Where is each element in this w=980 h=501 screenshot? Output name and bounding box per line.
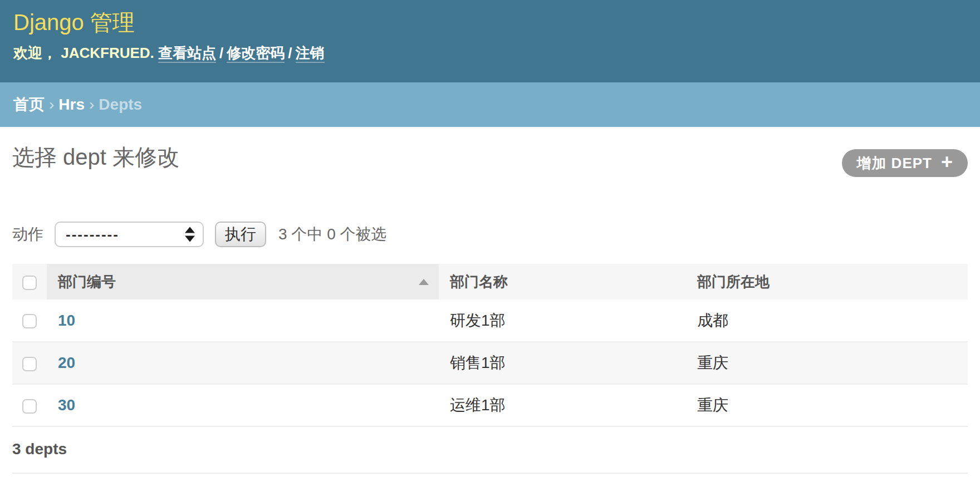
breadcrumb-separator: ›	[85, 96, 99, 113]
table-row: 30 运维1部 重庆	[12, 384, 968, 426]
dept-location-cell: 重庆	[686, 342, 968, 384]
breadcrumb-current: Depts	[99, 96, 142, 113]
select-spinner-icon	[185, 227, 195, 242]
welcome-text: 欢迎，	[13, 45, 57, 61]
result-table: 部门编号 部门名称 部门所在地 10 研发1部 成都 20 销售1部 重庆	[12, 264, 968, 427]
bottom-divider	[12, 473, 968, 474]
breadcrumb-app-link[interactable]: Hrs	[58, 96, 85, 113]
column-header-dept-location[interactable]: 部门所在地	[686, 264, 968, 299]
username: JACKFRUED.	[61, 45, 154, 61]
page-title: 选择 dept 来修改	[12, 141, 968, 173]
site-title-link[interactable]: Django 管理	[13, 8, 135, 37]
title-row: 选择 dept 来修改 增加 DEPT +	[12, 141, 968, 173]
table-header-row: 部门编号 部门名称 部门所在地	[12, 264, 968, 299]
breadcrumb-separator: ›	[45, 96, 58, 113]
add-dept-button[interactable]: 增加 DEPT +	[842, 149, 968, 177]
user-tools-separator: /	[285, 45, 295, 61]
dept-no-link[interactable]: 10	[58, 312, 75, 329]
user-tools-separator: /	[216, 45, 227, 61]
content: 选择 dept 来修改 增加 DEPT + 动作 --------- 执行 3 …	[0, 141, 980, 474]
row-checkbox[interactable]	[22, 357, 37, 371]
dept-name-cell: 运维1部	[439, 384, 686, 426]
dept-location-cell: 成都	[686, 299, 968, 342]
dept-no-link[interactable]: 20	[58, 354, 75, 371]
row-checkbox[interactable]	[22, 399, 37, 414]
plus-icon: +	[941, 152, 953, 172]
action-select[interactable]: ---------	[55, 222, 204, 247]
column-header-dept-no[interactable]: 部门编号	[47, 264, 439, 299]
site-header: Django 管理 欢迎， JACKFRUED. 查看站点/修改密码/注销	[0, 0, 980, 82]
row-checkbox[interactable]	[22, 314, 37, 328]
view-site-link[interactable]: 查看站点	[158, 45, 216, 63]
action-select-value: ---------	[66, 226, 119, 243]
select-all-header	[12, 264, 47, 299]
user-tools: 欢迎， JACKFRUED. 查看站点/修改密码/注销	[13, 43, 958, 63]
logout-link[interactable]: 注销	[296, 45, 325, 63]
dept-name-cell: 销售1部	[439, 342, 686, 384]
sort-ascending-icon	[419, 279, 429, 285]
actions-bar: 动作 --------- 执行 3 个中 0 个被选	[12, 222, 968, 247]
breadcrumb: 首页›Hrs›Depts	[0, 82, 980, 127]
column-header-dept-name[interactable]: 部门名称	[439, 264, 686, 299]
change-password-link[interactable]: 修改密码	[227, 45, 285, 63]
dept-no-link[interactable]: 30	[58, 396, 75, 414]
table-row: 10 研发1部 成都	[12, 299, 968, 342]
go-button[interactable]: 执行	[215, 222, 266, 247]
actions-label: 动作	[12, 224, 43, 245]
add-dept-button-label: 增加 DEPT	[856, 154, 932, 173]
selection-counter: 3 个中 0 个被选	[278, 224, 386, 245]
paginator-count: 3 depts	[12, 427, 968, 473]
table-row: 20 销售1部 重庆	[12, 342, 968, 384]
select-all-checkbox[interactable]	[22, 276, 37, 290]
dept-name-cell: 研发1部	[439, 299, 686, 342]
dept-location-cell: 重庆	[686, 384, 968, 426]
breadcrumb-home-link[interactable]: 首页	[13, 96, 45, 113]
